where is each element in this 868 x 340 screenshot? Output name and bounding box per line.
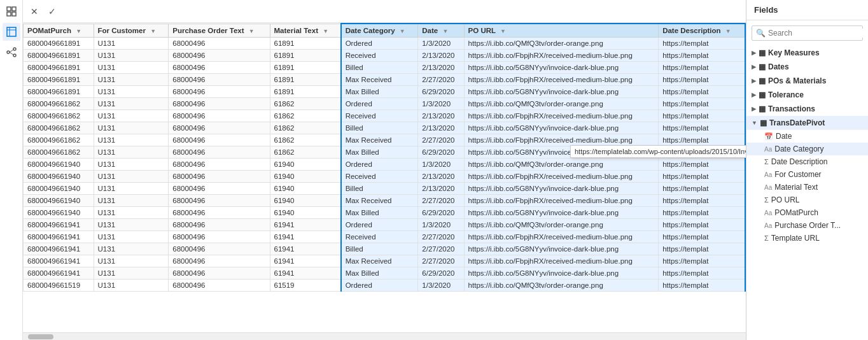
cell-material_text: 61940	[270, 159, 341, 171]
filter-icon-po[interactable]: ▼	[76, 28, 81, 34]
cell-date_category: Received	[341, 231, 418, 243]
text-icon-for-customer: Aa	[764, 171, 772, 178]
field-group-trans-date-pivot: ▼ ▦ TransDatePivot 📅 Date Aa Date Catego…	[746, 116, 868, 244]
fields-search-input[interactable]	[768, 29, 864, 38]
cell-date: 2/27/2020	[418, 243, 464, 255]
cell-purchase_order_text: 68000496	[169, 50, 270, 62]
col-header-purchase-order-text[interactable]: Purchase Order Text ▼	[169, 24, 270, 38]
cell-purchase_order_text: 68000496	[169, 243, 270, 255]
cell-date_description: https://templat	[659, 255, 745, 267]
cell-date_description: https://templat	[659, 243, 745, 255]
field-item-date-category[interactable]: Aa Date Category	[746, 143, 868, 155]
model-view-icon[interactable]	[3, 43, 20, 61]
svg-rect-4	[7, 27, 16, 36]
table-view-icon[interactable]	[3, 23, 20, 41]
field-item-purchase-order-text[interactable]: Aa Purchase Order T...	[746, 219, 868, 232]
cell-date_category: Ordered	[341, 219, 418, 231]
cell-po_url: https://i.ibb.co/QMfQ3tv/order-orange.pn…	[464, 219, 659, 231]
cell-date_description: https://templat	[659, 122, 745, 134]
col-header-date[interactable]: Date ▼	[418, 24, 464, 38]
cell-date_category: Received	[341, 171, 418, 183]
cancel-button[interactable]: ✕	[28, 5, 41, 18]
cell-date_description: https://templat	[659, 98, 745, 110]
grid-view-icon[interactable]	[3, 3, 20, 20]
filter-icon-dd[interactable]: ▼	[725, 28, 731, 34]
cell-po_url: https://i.ibb.co/5G8NYyv/invoice-dark-bl…	[464, 62, 659, 74]
cell-for_customer: U131	[94, 255, 169, 267]
left-toolbar	[0, 0, 23, 340]
cell-purchase_order_text: 68000496	[169, 195, 270, 207]
col-header-po-mat-purch[interactable]: POMatPurch ▼	[24, 24, 94, 38]
col-header-material-text[interactable]: Material Text ▼	[270, 24, 341, 38]
col-header-for-customer[interactable]: For Customer ▼	[94, 24, 169, 38]
cell-purchase_order_text: 68000496	[169, 280, 270, 292]
cell-date_category: Billed	[341, 122, 418, 134]
cell-date: 2/27/2020	[418, 195, 464, 207]
fields-search-box[interactable]: 🔍	[752, 25, 863, 41]
field-item-po-mat-purch[interactable]: Aa POMatPurch	[746, 206, 868, 219]
cell-material_text: 61941	[270, 219, 341, 231]
cell-for_customer: U131	[94, 62, 169, 74]
filter-icon-dc[interactable]: ▼	[400, 28, 405, 34]
cell-date_category: Ordered	[341, 159, 418, 171]
field-group-header-dates[interactable]: ▶ ▦ Dates	[746, 60, 868, 74]
table-wrapper[interactable]: POMatPurch ▼ For Customer ▼ Purchase Ord…	[23, 23, 746, 332]
horizontal-scrollbar[interactable]	[23, 332, 746, 340]
filter-icon-customer[interactable]: ▼	[150, 28, 156, 34]
cell-po_mat_purch: 6800049661941	[24, 219, 94, 231]
cell-for_customer: U131	[94, 243, 169, 255]
field-group-header-key-measures[interactable]: ▶ ▦ Key Measures	[746, 46, 868, 60]
sigma-icon-date-desc: Σ	[764, 158, 769, 166]
filter-icon-mt[interactable]: ▼	[323, 28, 328, 34]
field-group-key-measures: ▶ ▦ Key Measures	[746, 46, 868, 60]
cell-date_description: https://templat	[659, 207, 745, 219]
filter-icon-url[interactable]: ▼	[500, 28, 506, 34]
field-item-material-text[interactable]: Aa Material Text	[746, 181, 868, 194]
cell-date_category: Max Billed	[341, 146, 418, 159]
cell-for_customer: U131	[94, 231, 169, 243]
field-item-template-url[interactable]: Σ Template URL	[746, 232, 868, 244]
cell-date: 1/3/2020	[418, 159, 464, 171]
cell-date_description: https://templat	[659, 280, 745, 292]
confirm-button[interactable]: ✓	[46, 5, 59, 18]
col-header-date-description[interactable]: Date Description ▼	[659, 24, 745, 38]
cell-purchase_order_text: 68000496	[169, 207, 270, 219]
cell-date: 6/29/2020	[418, 207, 464, 219]
cell-for_customer: U131	[94, 207, 169, 219]
top-bar: ✕ ✓	[23, 0, 746, 23]
col-header-date-category[interactable]: Date Category ▼	[341, 24, 418, 38]
filter-icon-date[interactable]: ▼	[442, 28, 448, 34]
cell-date_description: https://templat	[659, 171, 745, 183]
main-area: ✕ ✓ POMatPurch ▼ For Customer ▼	[23, 0, 746, 340]
cell-po_url: https://i.ibb.co/QMfQ3tv/order-orange.pn…	[464, 280, 659, 292]
col-header-po-url[interactable]: PO URL ▼	[464, 24, 659, 38]
field-item-po-url[interactable]: Σ PO URL	[746, 194, 868, 206]
field-group-header-transactions[interactable]: ▶ ▦ Transactions	[746, 102, 868, 116]
cell-date: 6/29/2020	[418, 146, 464, 159]
cell-po_url: https://i.ibb.co/FbpjhRX/received-medium…	[464, 231, 659, 243]
field-group-header-pos[interactable]: ▶ ▦ POs & Materials	[746, 74, 868, 88]
field-item-for-customer[interactable]: Aa For Customer	[746, 168, 868, 181]
text-icon-material: Aa	[764, 184, 772, 191]
cell-date_description: https://templat	[659, 110, 745, 122]
field-item-date[interactable]: 📅 Date	[746, 130, 868, 143]
cell-material_text: 61941	[270, 267, 341, 280]
field-group-header-tolerance[interactable]: ▶ ▦ Tolerance	[746, 88, 868, 102]
cell-material_text: 61941	[270, 231, 341, 243]
cell-material_text: 61940	[270, 171, 341, 183]
cell-for_customer: U131	[94, 110, 169, 122]
field-group-tolerance: ▶ ▦ Tolerance	[746, 88, 868, 102]
svg-point-8	[13, 48, 16, 50]
cell-po_url: https://i.ibb.co/5G8NYyv/invoice-dark-bl…	[464, 267, 659, 280]
filter-icon-pot[interactable]: ▼	[249, 28, 255, 34]
field-item-date-description[interactable]: Σ Date Description	[746, 155, 868, 168]
cell-date_category: Received	[341, 50, 418, 62]
field-group-header-trans-date-pivot[interactable]: ▼ ▦ TransDatePivot	[746, 116, 868, 130]
cell-po_mat_purch: 6800049661941	[24, 255, 94, 267]
cell-date_description: https://templat	[659, 195, 745, 207]
cell-date_description: https://templat	[659, 86, 745, 98]
table-row: 6800049661862U1316800049661862Ordered1/3…	[24, 98, 746, 110]
cell-po_url: https://i.ibb.co/QMfQ3tv/order-orange.pn…	[464, 159, 659, 171]
cell-material_text: 61940	[270, 207, 341, 219]
cell-material_text: 61940	[270, 183, 341, 195]
